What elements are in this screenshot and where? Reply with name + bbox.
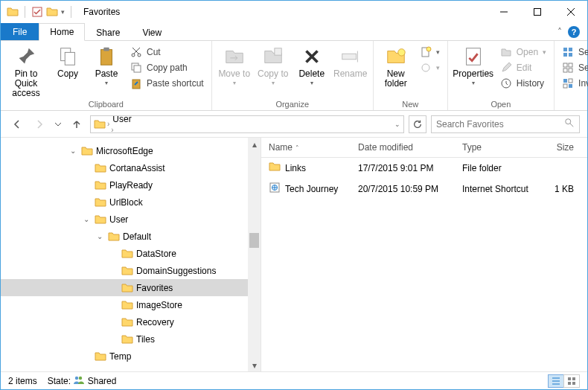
expand-chevron-icon[interactable]: ⌄ [95,232,105,240]
separator [25,6,25,18]
invert-selection-button[interactable]: Invert selection [559,77,588,90]
folder-icon [121,249,133,259]
large-icons-view-button[interactable] [563,374,580,388]
cut-button[interactable]: Cut [127,45,207,59]
column-type[interactable]: Type [455,138,537,157]
qat-dropdown[interactable]: ▾ [61,8,65,16]
paste-shortcut-icon [130,77,142,89]
help-icon[interactable]: ? [568,26,580,38]
collapse-ribbon-icon[interactable]: ˄ [557,27,562,37]
select-none-button[interactable]: Select none [559,61,588,74]
list-item[interactable]: Tech Journey20/7/2015 10:59 PMInternet S… [261,178,587,199]
delete-icon [301,45,323,68]
properties-button[interactable]: Properties▾ [453,42,494,87]
svg-rect-27 [563,63,567,67]
tab-view[interactable]: View [131,23,173,41]
tree-item[interactable]: Temp [1,348,248,365]
pin-to-quick-access-button[interactable]: Pin to Quick access [5,42,47,99]
minimize-button[interactable] [487,1,520,22]
folder-icon [121,334,133,345]
search-input[interactable] [436,119,560,130]
copy-button[interactable]: Copy [50,42,86,79]
edit-button[interactable]: Edit [497,61,549,74]
select-all-button[interactable]: Select all [559,45,588,59]
history-button[interactable]: History [497,77,549,90]
forward-button[interactable] [31,115,48,133]
expand-chevron-icon[interactable]: ⌄ [68,147,78,155]
scroll-thumb[interactable] [249,233,259,248]
file-list[interactable]: Name˄ Date modified Type Size Links17/7/… [261,138,587,371]
state: State: Shared [48,375,117,386]
tree-item[interactable]: Favorites [1,279,248,296]
close-button[interactable] [554,1,587,22]
addr-dropdown[interactable]: ⌄ [394,121,400,128]
tree-item[interactable]: Recovery [1,313,248,330]
scroll-up-button[interactable]: ▴ [248,138,261,150]
properties-qat-icon[interactable] [31,6,43,18]
chevron-right-icon[interactable]: › [107,120,109,128]
folder-icon [108,231,120,242]
delete-button[interactable]: Delete▾ [294,42,330,87]
copy-path-button[interactable]: Copy path [127,61,207,74]
tree-item[interactable]: UrlBlock [1,194,248,211]
tree-item-label: CortanaAssist [109,163,165,173]
tree-item[interactable]: ⌄Default [1,228,248,245]
paste-shortcut-button[interactable]: Paste shortcut [127,77,207,90]
easy-access-button[interactable]: ▾ [417,61,443,74]
expand-chevron-icon[interactable]: ⌄ [81,215,92,223]
folder-icon [121,283,133,293]
new-folder-button[interactable]: New folder [378,42,414,89]
tree-item[interactable]: ⌄User [1,211,248,228]
tree-item-label: PlayReady [109,180,153,191]
tree-item[interactable]: Tiles [1,330,248,348]
svg-rect-15 [342,54,356,60]
svg-rect-28 [569,63,572,67]
shared-icon [73,376,85,386]
column-date[interactable]: Date modified [351,138,455,157]
recent-locations-button[interactable] [53,115,63,133]
tree-item[interactable]: DomainSuggestions [1,262,248,279]
column-headers[interactable]: Name˄ Date modified Type Size [261,138,587,158]
tree-item-label: Default [123,231,151,242]
new-item-button[interactable]: ▾ [417,45,443,59]
svg-rect-33 [563,84,567,88]
breadcrumb-segment[interactable]: User [111,115,171,124]
column-size[interactable]: Size [537,138,581,157]
sort-caret-icon: ˄ [295,144,299,152]
list-item[interactable]: Links17/7/2015 9:01 PMFile folder [261,158,587,178]
folder-icon [95,180,106,191]
group-new: New folder ▾ ▾ New [374,41,448,110]
open-button[interactable]: Open ▾ [497,45,549,59]
maximize-button[interactable] [520,1,554,22]
tab-file[interactable]: File [1,23,39,40]
tree-item[interactable]: DataStore [1,245,248,262]
svg-point-10 [138,54,141,57]
folder-qat-icon[interactable] [46,6,58,18]
folder-icon [81,146,93,156]
tab-share[interactable]: Share [85,23,131,41]
scroll-down-button[interactable]: ▾ [248,359,261,371]
address-bar[interactable]: › AC›MicrosoftEdge›User›Default›Favorite… [90,115,404,133]
tree-item[interactable]: ImageStore [1,296,248,313]
tree-item[interactable]: PlayReady [1,176,248,194]
tab-home[interactable]: Home [39,23,85,41]
move-to-button[interactable]: Move to▾ [217,42,252,87]
search-box[interactable] [431,115,580,133]
svg-rect-8 [103,48,109,51]
tree-item-label: DomainSuggestions [136,266,216,276]
paste-button[interactable]: Paste▾ [89,42,124,87]
tree-scrollbar[interactable]: ▴ ▾ [248,138,261,371]
details-view-button[interactable] [548,374,564,388]
tree-item-label: Favorites [136,283,173,293]
folder-icon [7,6,19,18]
column-name[interactable]: Name˄ [261,138,351,157]
tree-item[interactable]: ⌄MicrosoftEdge [1,142,248,159]
refresh-button[interactable] [409,115,426,133]
tree-item[interactable]: CortanaAssist [1,159,248,176]
rename-button[interactable]: Rename [333,42,368,79]
up-button[interactable] [68,115,86,133]
copy-to-button[interactable]: Copy to▾ [255,42,291,87]
navigation-tree[interactable]: ⌄MicrosoftEdgeCortanaAssistPlayReadyUrlB… [1,138,248,371]
back-button[interactable] [8,115,26,133]
chevron-right-icon[interactable]: › [111,126,113,133]
